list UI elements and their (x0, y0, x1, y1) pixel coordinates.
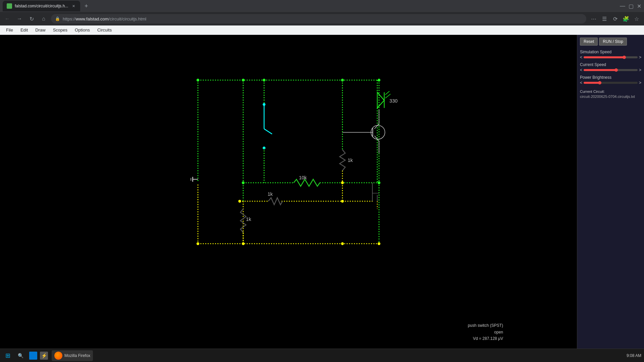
run-stop-button[interactable]: RUN / Stop (599, 38, 627, 46)
component-info: push switch (SPST) open Vd = 287.128 μV (468, 322, 503, 342)
tab-bar: falstad.com/circuit/circuitjs.h... ✕ + —… (0, 0, 644, 12)
taskbar-apps: ⚡ (28, 351, 49, 361)
power-brightness-left-arrow[interactable]: < (580, 80, 582, 85)
svg-line-20 (264, 129, 272, 134)
svg-point-55 (341, 181, 344, 184)
svg-text:1k: 1k (348, 158, 353, 163)
tab-favicon (7, 3, 12, 9)
current-speed-slider-row: < > (580, 68, 641, 72)
extensions-button[interactable]: 🧩 (621, 14, 631, 23)
security-icon: 🔒 (55, 16, 60, 21)
right-panel: Reset RUN / Stop Simulation Speed < > Cu… (577, 35, 644, 362)
simulation-speed-track[interactable] (584, 56, 638, 58)
svg-text:10k: 10k (299, 175, 307, 180)
component-state: open (468, 329, 503, 336)
browser-chrome: falstad.com/circuit/circuitjs.h... ✕ + —… (0, 0, 644, 35)
svg-point-54 (242, 181, 245, 184)
nav-bar: ← → ↻ ⌂ 🔒 https://www.falstad.com/circui… (0, 12, 644, 25)
current-speed-group: Current Speed < > (580, 62, 641, 72)
simulation-speed-fill (584, 56, 624, 58)
firefox-icon (54, 352, 62, 360)
home-button[interactable]: ⌂ (39, 14, 48, 23)
taskbar-right: 9:08 AM (627, 353, 641, 358)
menu-draw[interactable]: Draw (32, 26, 49, 34)
taskbar-time: 9:08 AM (627, 353, 641, 358)
power-brightness-track[interactable] (584, 82, 638, 84)
current-circuit-info: Current Circuit: circuit-20200625-0704.c… (580, 89, 641, 100)
svg-point-52 (341, 79, 344, 81)
power-brightness-thumb[interactable] (598, 81, 601, 84)
svg-point-53 (378, 79, 380, 81)
taskbar-app-2[interactable]: ⚡ (39, 351, 49, 361)
url-path: /circuit/circuitjs.html (109, 16, 147, 21)
power-brightness-slider-row: < > (580, 80, 641, 85)
power-brightness-fill (584, 82, 600, 84)
taskbar-app-1[interactable] (28, 351, 38, 361)
svg-text:1k: 1k (246, 217, 251, 222)
nav-actions: ⋯ ☰ ⟳ 🧩 ☆ (589, 14, 641, 23)
power-brightness-label: Power Brightness (580, 75, 641, 80)
simulation-speed-label: Simulation Speed (580, 50, 641, 54)
svg-text:330: 330 (389, 98, 397, 104)
current-speed-track[interactable] (584, 69, 638, 71)
close-button[interactable]: ✕ (637, 3, 641, 9)
more-options-button[interactable]: ⋯ (589, 14, 598, 23)
tab-close-button[interactable]: ✕ (71, 3, 76, 9)
svg-point-62 (197, 242, 199, 245)
svg-point-61 (378, 242, 380, 245)
menu-bar: File Edit Draw Scopes Options Circuits (0, 25, 644, 35)
component-type: push switch (SPST) (468, 322, 503, 329)
menu-file[interactable]: File (3, 26, 16, 34)
svg-point-60 (341, 242, 344, 245)
svg-point-58 (341, 200, 344, 202)
current-speed-label: Current Speed (580, 62, 641, 67)
current-speed-left-arrow[interactable]: < (580, 68, 582, 72)
power-brightness-right-arrow[interactable]: > (639, 80, 641, 85)
svg-point-49 (197, 79, 199, 81)
maximize-button[interactable]: ▢ (629, 3, 634, 9)
reload-button[interactable]: ↻ (27, 14, 36, 23)
active-tab[interactable]: falstad.com/circuit/circuitjs.h... ✕ (3, 1, 80, 11)
sim-speed-left-arrow[interactable]: < (580, 55, 582, 60)
svg-point-57 (238, 200, 241, 202)
address-bar[interactable]: 🔒 https://www.falstad.com/circuit/circui… (51, 14, 586, 23)
windows-icon: ⊞ (5, 352, 10, 359)
component-voltage: Vd = 287.128 μV (468, 336, 503, 342)
minimize-button[interactable]: — (620, 3, 625, 9)
current-speed-fill (584, 69, 616, 71)
menu-options[interactable]: Options (71, 26, 93, 34)
reset-button[interactable]: Reset (580, 38, 598, 46)
sim-speed-right-arrow[interactable]: > (639, 55, 641, 60)
circuit-canvas[interactable]: 330 1k 10k 1k 1k (0, 35, 577, 362)
firefox-label: Mozilla Firefox (64, 353, 90, 358)
simulation-speed-slider-row: < > (580, 55, 641, 60)
circuit-svg: 330 1k 10k 1k 1k (0, 35, 577, 362)
current-speed-right-arrow[interactable]: > (639, 68, 641, 72)
reader-mode-button[interactable]: ☰ (600, 14, 609, 23)
power-brightness-group: Power Brightness < > (580, 75, 641, 85)
taskbar-app-1-icon (29, 352, 37, 360)
url-display: https://www.falstad.com/circuit/circuitj… (63, 16, 582, 21)
back-button[interactable]: ← (3, 14, 12, 23)
new-tab-button[interactable]: + (82, 1, 91, 11)
svg-point-59 (242, 242, 245, 245)
menu-circuits[interactable]: Circuits (94, 26, 115, 34)
menu-edit[interactable]: Edit (17, 26, 31, 34)
sync-button[interactable]: ⟳ (610, 14, 620, 23)
start-button[interactable]: ⊞ (3, 351, 13, 361)
bookmark-button[interactable]: ☆ (632, 14, 641, 23)
svg-marker-22 (377, 92, 384, 108)
search-button[interactable]: 🔍 (15, 351, 25, 361)
svg-point-56 (378, 181, 380, 184)
menu-scopes[interactable]: Scopes (50, 26, 71, 34)
svg-line-25 (385, 91, 389, 95)
main-content: 330 1k 10k 1k 1k (0, 35, 644, 362)
firefox-taskbar-item[interactable]: Mozilla Firefox (52, 350, 93, 361)
current-circuit-label: Current Circuit: (580, 89, 641, 94)
current-circuit-value: circuit-20200625-0704.circuitjs.txt (580, 94, 641, 99)
simulation-speed-group: Simulation Speed < > (580, 50, 641, 60)
svg-point-51 (263, 79, 265, 81)
simulation-speed-thumb[interactable] (623, 56, 626, 59)
forward-button[interactable]: → (15, 14, 24, 23)
current-speed-thumb[interactable] (614, 68, 618, 72)
